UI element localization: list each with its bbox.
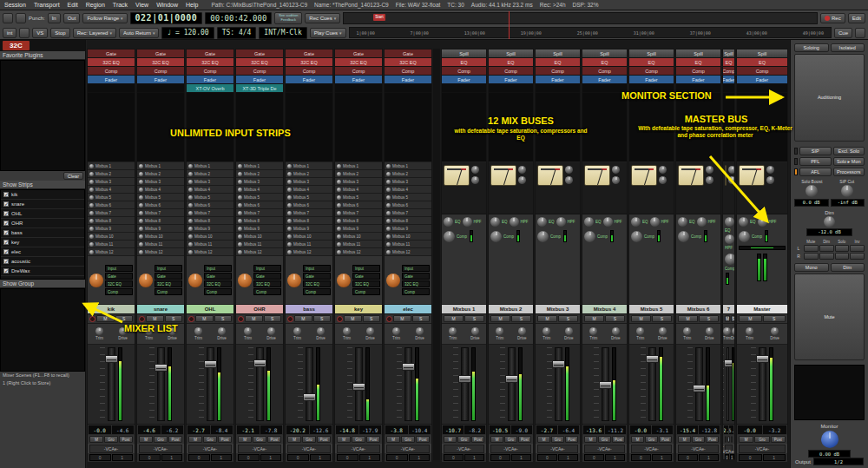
vca-button[interactable]: -VCAe- (238, 445, 281, 453)
mute-button[interactable]: M (537, 315, 557, 322)
checkbox-icon[interactable] (3, 221, 9, 226)
empty-plugin-slot[interactable] (536, 84, 580, 93)
vca-button[interactable]: -VCAe- (725, 445, 733, 453)
send-knob-icon[interactable] (386, 180, 391, 184)
solo-button[interactable]: S (214, 315, 233, 322)
clear-button[interactable]: Clear (63, 172, 83, 180)
solo-button[interactable]: S (652, 315, 672, 322)
transport-misc-button-1[interactable] (3, 13, 13, 23)
favorite-plugins-list[interactable] (0, 60, 85, 171)
send-knob-icon[interactable] (139, 211, 143, 215)
send-knob-icon[interactable] (386, 227, 391, 231)
input-port-button[interactable]: 0 (188, 454, 210, 461)
menu-help[interactable]: Help (185, 2, 199, 8)
meter-point-button[interactable]: M (386, 436, 400, 443)
peak-value[interactable]: -11.2 (605, 425, 626, 434)
checkbox-icon[interactable] (3, 259, 9, 264)
hpf-knob[interactable] (758, 217, 767, 227)
meter-point-button[interactable]: M (287, 436, 301, 443)
input-gain-knob[interactable] (238, 274, 252, 287)
mixbus-send[interactable]: Mixbus 1 (286, 162, 332, 170)
plugin-area[interactable] (335, 93, 382, 162)
trim-knob[interactable] (496, 327, 503, 335)
plugin-slot[interactable]: Comp (286, 67, 332, 76)
mixbus-send[interactable]: Mixbus 8 (187, 217, 233, 225)
send-knob-icon[interactable] (238, 203, 242, 208)
send-knob-icon[interactable] (89, 188, 94, 192)
plugin-slot[interactable]: Comp (723, 67, 734, 76)
fader-track[interactable] (108, 347, 115, 421)
post-button[interactable]: Post (731, 436, 733, 443)
eq-knob[interactable] (739, 217, 748, 227)
plugin-slot[interactable]: 32C EQ (385, 58, 431, 67)
fader-handle[interactable] (505, 375, 518, 383)
post-button[interactable]: Post (706, 436, 719, 443)
group-button[interactable]: Gro (253, 436, 266, 443)
trim-knob[interactable] (589, 327, 597, 335)
fader-plugin-slot[interactable]: Fader (629, 76, 674, 84)
mixbus-send[interactable]: Mixbus 3 (137, 178, 184, 186)
mixbus-send[interactable]: Mixbus 10 (187, 233, 233, 241)
spill-button[interactable]: Spill (737, 49, 787, 58)
send-knob-icon[interactable] (287, 164, 292, 168)
vs-button[interactable]: VS (32, 28, 48, 38)
mixbus-send[interactable]: Mixbus 2 (236, 170, 283, 178)
plugin-area[interactable] (723, 93, 734, 162)
mixbus-send[interactable]: Mixbus 7 (88, 209, 135, 217)
send-knob-icon[interactable] (238, 227, 242, 231)
meter-point-button[interactable]: M (725, 436, 727, 443)
vca-button[interactable]: -VCAe- (89, 445, 133, 453)
plugin-slot[interactable]: Gate (286, 49, 332, 58)
spill-button[interactable]: Spill (629, 49, 674, 58)
tape-saturation-knob[interactable] (706, 166, 713, 174)
solo-button[interactable]: S (264, 315, 282, 322)
mixbus-send[interactable]: Mixbus 7 (335, 209, 382, 217)
strip-list-item[interactable]: bass (1, 228, 84, 238)
start-marker[interactable]: Start (373, 14, 385, 21)
solo-button[interactable]: S (511, 315, 531, 322)
solo-button[interactable]: S (165, 315, 183, 322)
fader-plugin-slot[interactable]: Fader (88, 76, 135, 84)
input-gain-knob[interactable] (188, 274, 202, 287)
send-knob-icon[interactable] (287, 203, 292, 208)
fader-handle[interactable] (599, 381, 612, 389)
send-knob-icon[interactable] (386, 234, 391, 239)
solo-mon-button[interactable]: Solo ▸ Mon (833, 157, 865, 166)
send-knob-icon[interactable] (337, 250, 341, 254)
empty-plugin-slot[interactable] (676, 84, 720, 93)
record-arm-icon[interactable] (89, 316, 95, 322)
send-knob-icon[interactable] (89, 180, 94, 184)
fader-track[interactable] (555, 347, 562, 421)
mixbus-send[interactable]: Mixbus 6 (236, 201, 283, 209)
solo-button[interactable]: S (412, 315, 431, 322)
fader-track[interactable] (256, 347, 264, 421)
send-knob-icon[interactable] (238, 234, 242, 239)
output-port-button[interactable]: 1 (652, 454, 672, 461)
send-knob-icon[interactable] (287, 227, 292, 231)
fader-plugin-slot[interactable]: Fader (236, 76, 283, 84)
group-button[interactable]: Gro (104, 436, 118, 443)
mute-button[interactable]: M (96, 315, 115, 322)
plugin-slot[interactable]: EQ (582, 58, 627, 67)
input-gain-knob[interactable] (337, 274, 351, 287)
extra-plugin-slot[interactable] (286, 84, 332, 93)
send-knob-icon[interactable] (337, 211, 341, 215)
plugin-slot[interactable]: Comp (629, 67, 674, 76)
send-knob-icon[interactable] (139, 164, 143, 168)
punch-in-button[interactable]: In (48, 13, 61, 23)
send-knob-icon[interactable] (386, 172, 391, 176)
group-button[interactable]: Gro (598, 436, 611, 443)
sync-option-button[interactable] (19, 28, 30, 38)
plugin-slot[interactable]: 32C EQ (137, 58, 184, 67)
sip-cut-value[interactable]: -inf dB (831, 199, 865, 207)
empty-plugin-slot[interactable] (737, 84, 787, 93)
strip-list-item[interactable]: OHL (1, 209, 84, 219)
afl-button[interactable]: AFL (799, 168, 832, 176)
extra-plugin-slot[interactable]: XT-OV Overb (187, 84, 233, 93)
timesig-display[interactable]: TS: 4/4 (217, 27, 257, 39)
send-knob-icon[interactable] (386, 242, 391, 247)
mute-button[interactable]: M (195, 315, 214, 322)
fader-track[interactable] (648, 347, 656, 421)
mixbus-send[interactable]: Mixbus 9 (286, 225, 332, 233)
fader-track[interactable] (404, 347, 412, 421)
